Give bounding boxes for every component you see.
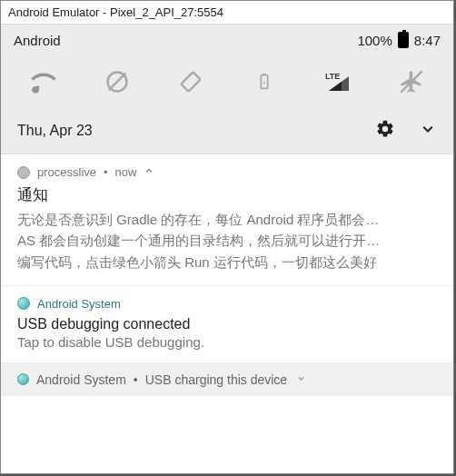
battery-qs-icon[interactable]: + [249, 66, 280, 97]
svg-text:+: + [262, 79, 265, 87]
notification-item[interactable]: Android System USB debugging connected T… [1, 286, 453, 363]
settings-gear-icon[interactable] [375, 119, 395, 143]
notif-title: USB debugging connected [17, 316, 437, 332]
notification-shade: processlive • now 通知 无论是否意识到 Gradle 的存在，… [1, 154, 453, 405]
auto-rotate-icon[interactable] [175, 66, 206, 97]
bullet: • [104, 165, 108, 179]
svg-text:LTE: LTE [325, 72, 340, 81]
notif-subtext: Tap to disable USB debugging. [17, 334, 437, 350]
wifi-off-icon[interactable] [28, 66, 59, 97]
clock: 8:47 [414, 33, 441, 48]
carrier-label: Android [14, 33, 357, 48]
quick-settings-row: + LTE [1, 55, 453, 108]
signal-lte-icon[interactable]: LTE [322, 66, 353, 97]
battery-icon [398, 32, 409, 48]
collapse-chevron-icon[interactable] [144, 165, 154, 179]
window-title: Android Emulator - Pixel_2_API_27:5554 [8, 5, 223, 19]
window-titlebar: Android Emulator - Pixel_2_API_27:5554 [1, 1, 453, 25]
expand-chevron-icon[interactable] [419, 120, 437, 142]
battery-percent: 100% [357, 33, 392, 48]
notification-item[interactable]: processlive • now 通知 无论是否意识到 Gradle 的存在，… [1, 154, 453, 286]
svg-rect-4 [181, 72, 200, 91]
dnd-off-icon[interactable] [102, 66, 133, 97]
app-icon [17, 166, 30, 179]
emulator-screen: Android 100% 8:47 + LTE [1, 25, 453, 405]
notif-app-name: processlive [37, 165, 96, 179]
bullet: • [134, 372, 138, 387]
status-bar: Android 100% 8:47 [1, 25, 453, 55]
android-system-icon [17, 373, 29, 385]
notif-line: AS 都会自动创建一个通用的目录结构，然后就可以进行开… [17, 230, 437, 251]
notif-line: 编写代码，点击绿色小箭头 Run 运行代码，一切都这么美好 [17, 252, 437, 273]
date-row: Thu, Apr 23 [1, 108, 453, 154]
expand-chevron-icon[interactable] [296, 373, 306, 386]
date-label: Thu, Apr 23 [17, 123, 375, 139]
notif-time: now [115, 165, 137, 179]
android-system-icon [17, 297, 30, 310]
notif-line: 无论是否意识到 Gradle 的存在，每位 Android 程序员都会… [17, 209, 437, 230]
notif-app-name: Android System [36, 372, 126, 387]
airplane-off-icon[interactable] [396, 66, 427, 97]
notif-summary: USB charging this device [145, 372, 287, 387]
notification-collapsed[interactable]: Android System • USB charging this devic… [1, 363, 453, 396]
svg-rect-6 [263, 74, 266, 75]
notif-app-name: Android System [37, 297, 121, 311]
notif-title: 通知 [17, 184, 437, 205]
